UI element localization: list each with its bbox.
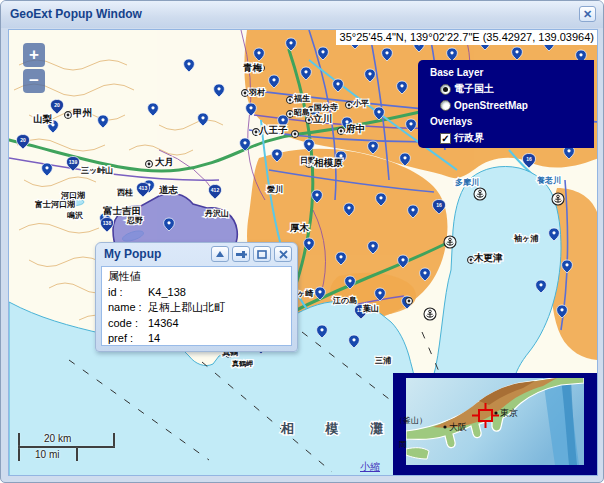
window-title: GeoExt Popup Window xyxy=(10,7,142,21)
map-label: 袖ヶ浦 xyxy=(513,234,539,243)
scale-metric-label: 20 km xyxy=(44,433,71,444)
anchor-icon xyxy=(424,308,436,320)
svg-text:20: 20 xyxy=(54,102,60,108)
radio-icon[interactable] xyxy=(440,84,451,95)
base-layer-label[interactable]: 電子国土 xyxy=(454,82,494,96)
anchor-icon[interactable] xyxy=(232,246,250,262)
map-label: 国分寺 xyxy=(314,103,338,112)
geoext-popup-window: GeoExt Popup Window ✕ xyxy=(0,0,604,483)
map-label: 羽村 xyxy=(248,88,265,97)
city-ring-icon xyxy=(306,117,313,124)
map-label: 小平 xyxy=(352,99,369,108)
map-label: 富士河口湖 xyxy=(35,199,75,209)
map-label: 西桂 xyxy=(117,188,133,197)
map-label: 厚木 xyxy=(289,222,310,233)
city-ring-icon xyxy=(346,102,353,109)
layer-switcher-panel: Base Layer 電子国土 OpenStreetMap Overlays ✓… xyxy=(418,60,594,148)
svg-text:138: 138 xyxy=(103,220,112,226)
map-label: 三ッ峠山 xyxy=(81,166,113,175)
map-viewport[interactable]: 20201391391384134121134161616 甲州山梨大月道志三ッ… xyxy=(8,29,598,476)
close-icon[interactable] xyxy=(274,246,292,262)
mouse-position-readout: 35°25'45.4"N, 139°02'22.7"E (35.42927, 1… xyxy=(336,30,597,45)
svg-text:413: 413 xyxy=(139,185,148,191)
map-label: 真鶴岬 xyxy=(231,360,253,368)
window-titlebar[interactable]: GeoExt Popup Window ✕ xyxy=(1,1,603,28)
map-label: 府中 xyxy=(345,123,365,134)
svg-text:412: 412 xyxy=(211,187,220,193)
map-label: 葉山 xyxy=(362,304,379,313)
base-layer-heading: Base Layer xyxy=(430,67,594,78)
popup-body: 属性値 id :K4_138 name :足柄上郡山北町 code :14364… xyxy=(101,266,292,346)
anchor-icon xyxy=(552,193,564,205)
overview-terrain xyxy=(406,373,584,465)
base-layer-label[interactable]: OpenStreetMap xyxy=(454,100,528,111)
overview-label-oka: 岡 xyxy=(399,440,407,449)
city-ring-icon xyxy=(338,128,345,135)
svg-text:16: 16 xyxy=(526,156,532,162)
city-ring-icon xyxy=(287,97,294,104)
map-label: 八王子 xyxy=(258,124,288,136)
attribute-row-pref: pref :14 xyxy=(108,331,285,347)
overlay-option-0[interactable]: ✓ 行政界 xyxy=(440,131,594,145)
anchor-icon xyxy=(474,188,486,200)
map-label: 丹沢山 xyxy=(204,209,229,218)
svg-text:16: 16 xyxy=(436,202,442,208)
map-label: 相 模 灘 xyxy=(280,421,397,436)
attribute-row-name: name :足柄上郡山北町 xyxy=(108,300,285,316)
overlays-heading: Overlays xyxy=(430,116,594,127)
window-close-icon[interactable]: ✕ xyxy=(579,6,596,22)
scale-imperial-label: 10 mi xyxy=(35,449,59,460)
map-label: 大月 xyxy=(155,156,174,167)
map-label: 立川 xyxy=(312,113,332,124)
city-ring-icon xyxy=(287,111,294,118)
map-label: 河口湖 xyxy=(60,191,85,200)
overview-label-tokyo: 東京 xyxy=(500,408,518,418)
attribute-row-code: code :14364 xyxy=(108,316,285,332)
map-label: 相模原 xyxy=(313,157,343,168)
map-label: 愛川 xyxy=(267,185,283,194)
map-label: 忍野 xyxy=(126,216,143,225)
svg-text:20: 20 xyxy=(20,137,26,143)
city-ring-icon xyxy=(65,112,72,119)
attribution-link[interactable]: 小縮 xyxy=(360,460,380,474)
city-ring-icon xyxy=(146,161,153,168)
zoom-out-button[interactable]: − xyxy=(23,69,45,93)
attribute-header: 属性値 xyxy=(108,269,285,285)
map-label: 木更津 xyxy=(473,252,503,263)
popup-tools xyxy=(211,246,292,262)
map-label: 養老川 xyxy=(536,176,561,185)
map-label: 多摩川 xyxy=(455,177,479,187)
radio-icon[interactable] xyxy=(440,100,451,111)
map-label: 江の島 xyxy=(332,296,357,305)
map-label: 昭島 xyxy=(294,108,310,117)
map-label: 甲州 xyxy=(73,107,92,118)
city-ring-icon xyxy=(242,90,249,97)
attribute-row-id: id :K4_138 xyxy=(108,285,285,301)
map-label: 三浦 xyxy=(375,356,392,365)
map-label: 富士吉田 xyxy=(103,205,141,216)
map-label: 鳴沢 xyxy=(67,211,84,220)
base-layer-option-1[interactable]: OpenStreetMap xyxy=(440,100,594,111)
base-layer-option-0[interactable]: 電子国土 xyxy=(440,82,594,96)
map-label: 道志 xyxy=(159,184,179,195)
overview-map[interactable]: 東京 大阪 （釜山） 岡 xyxy=(393,373,597,476)
collapse-icon[interactable] xyxy=(211,246,229,262)
zoom-control: + − xyxy=(23,43,45,95)
overview-label-osaka: 大阪 xyxy=(449,422,467,432)
overlay-label[interactable]: 行政界 xyxy=(454,131,484,145)
feature-popup[interactable]: My Popup 属性値 id :K4_138 name :足柄上郡山北町 xyxy=(95,242,298,352)
svg-text:139: 139 xyxy=(69,159,78,165)
city-ring-icon xyxy=(406,298,413,305)
maximize-icon[interactable] xyxy=(253,246,271,262)
checkbox-icon[interactable]: ✓ xyxy=(440,133,451,144)
overview-label-busan: （釜山） xyxy=(395,416,427,425)
map-label: 青梅 xyxy=(242,62,263,73)
scale-line: 20 km 10 mi xyxy=(18,432,128,464)
anchor-icon xyxy=(444,236,456,248)
city-ring-icon xyxy=(292,131,299,138)
zoom-in-button[interactable]: + xyxy=(23,43,45,67)
popup-title: My Popup xyxy=(104,247,161,261)
map-label: 福生 xyxy=(293,94,311,103)
map-label: 山梨 xyxy=(33,113,53,124)
